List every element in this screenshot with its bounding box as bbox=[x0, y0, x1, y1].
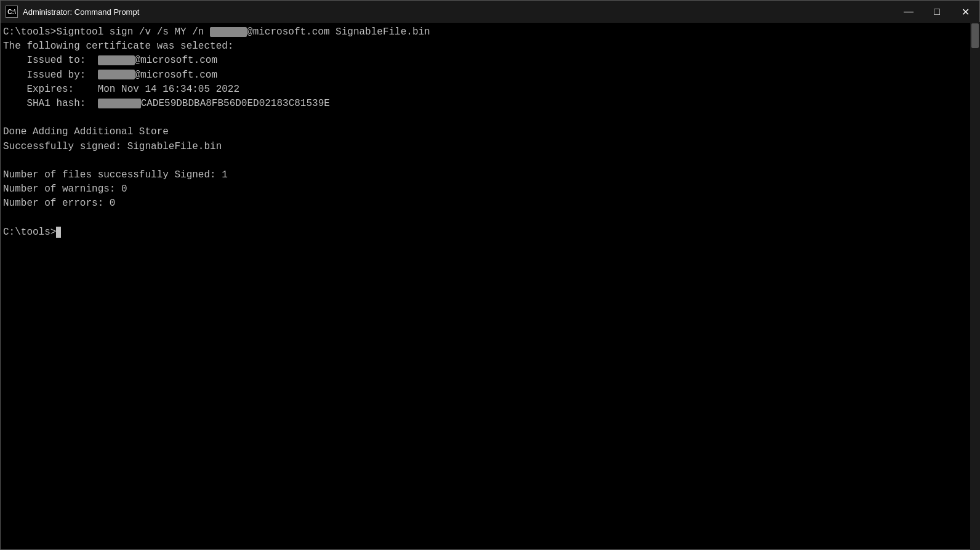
terminal-blank-1 bbox=[3, 111, 967, 125]
terminal-blank-2 bbox=[3, 154, 967, 168]
terminal-prompt[interactable]: C:\tools> bbox=[3, 225, 967, 240]
terminal-line-3: Issued to: @microsoft.com bbox=[3, 54, 967, 68]
terminal-blank-3 bbox=[3, 211, 967, 225]
terminal-line-4: Issued by: @microsoft.com bbox=[3, 68, 967, 83]
redacted-issued-by bbox=[98, 70, 135, 79]
title-bar-left: C:\ Administrator: Command Prompt bbox=[6, 6, 139, 18]
title-bar-controls: — □ ✕ bbox=[894, 1, 979, 23]
terminal-line-2: The following certificate was selected: bbox=[3, 39, 967, 54]
minimize-button[interactable]: — bbox=[894, 1, 923, 23]
scrollbar-thumb[interactable] bbox=[971, 23, 979, 48]
terminal-line-10: Number of warnings: 0 bbox=[3, 182, 967, 196]
scrollbar-track[interactable] bbox=[970, 22, 980, 550]
redacted-issued-to bbox=[98, 55, 135, 65]
close-button[interactable]: ✕ bbox=[951, 1, 979, 23]
cmd-icon: C:\ bbox=[6, 6, 18, 18]
cursor-blink bbox=[56, 227, 61, 238]
window-title: Administrator: Command Prompt bbox=[23, 7, 139, 17]
terminal-line-1: C:\tools>Signtool sign /v /s MY /n @micr… bbox=[3, 25, 967, 39]
terminal-body[interactable]: C:\tools>Signtool sign /v /s MY /n @micr… bbox=[1, 23, 970, 549]
redacted-email-command bbox=[210, 27, 247, 37]
terminal-line-6: SHA1 hash: CADE59DBDBA8FB56D0ED02183C815… bbox=[3, 97, 967, 111]
title-bar: C:\ Administrator: Command Prompt — □ ✕ bbox=[1, 1, 979, 23]
redacted-sha1 bbox=[98, 99, 141, 108]
terminal-line-9: Number of files successfully Signed: 1 bbox=[3, 168, 967, 182]
terminal-line-11: Number of errors: 0 bbox=[3, 196, 967, 211]
terminal-line-7: Done Adding Additional Store bbox=[3, 125, 967, 139]
terminal-line-5: Expires: Mon Nov 14 16:34:05 2022 bbox=[3, 83, 967, 97]
terminal-line-8: Successfully signed: SignableFile.bin bbox=[3, 140, 967, 154]
window: C:\ Administrator: Command Prompt — □ ✕ … bbox=[0, 0, 980, 550]
maximize-button[interactable]: □ bbox=[923, 1, 951, 23]
